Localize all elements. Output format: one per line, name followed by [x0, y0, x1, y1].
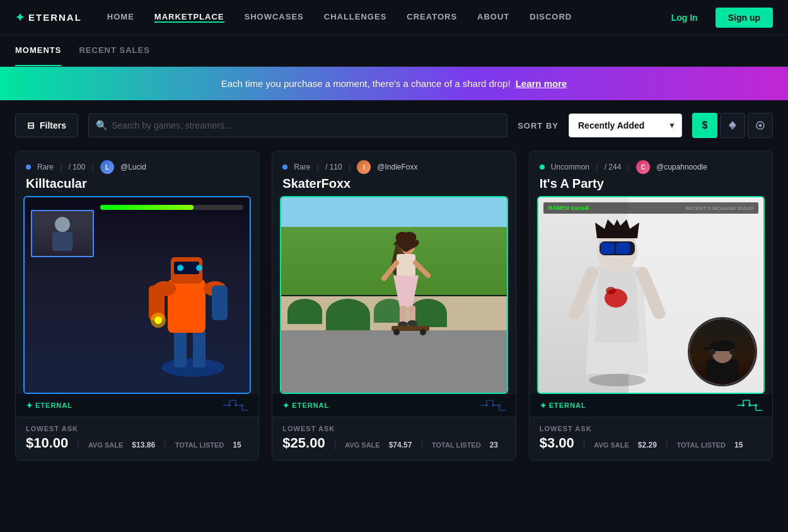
avg-sale-value: $74.57 [389, 441, 412, 449]
avg-sale-value: $2.29 [638, 441, 657, 449]
card-killtacular[interactable]: Rare | / 100 | L @Lucid Killtacular [15, 151, 259, 461]
sort-label: SORT BY [518, 121, 559, 130]
svg-point-16 [196, 265, 202, 271]
card-its-a-party[interactable]: Uncommon | / 244 | C @cupahnoodle It's A… [529, 151, 773, 461]
card-edition: / 244 [605, 163, 622, 171]
stream-username: RAMEN trace4l [548, 205, 589, 211]
avg-sale-value: $13.86 [132, 441, 155, 449]
nav-home[interactable]: HOME [107, 12, 134, 23]
nav-about[interactable]: ABOUT [477, 12, 509, 23]
nav-challenges[interactable]: CHALLENGES [324, 12, 387, 23]
tabs-bar: MOMENTS RECENT SALES [0, 35, 788, 67]
card-title: SkaterFoxx [282, 176, 505, 191]
card-meta: Rare | / 100 | L @Lucid [26, 160, 248, 174]
login-button[interactable]: Log In [661, 8, 708, 28]
pricing-label: LOWEST ASK [26, 425, 248, 432]
banner-text: Each time you purchase a moment, there's… [221, 78, 511, 89]
avg-sale-label: AVG SALE [345, 441, 380, 449]
rarity-dot [540, 165, 545, 170]
card-username: @IndieFoxx [377, 163, 417, 171]
currency-usd-button[interactable]: $ [692, 113, 717, 138]
pipe2: | [164, 439, 166, 449]
card-pricing: LOWEST ASK $3.00 | AVG SALE $2.29 | TOTA… [530, 417, 772, 460]
svg-point-47 [485, 404, 488, 407]
pricing-label: LOWEST ASK [540, 425, 762, 432]
promo-banner: Each time you purchase a moment, there's… [0, 67, 788, 100]
card-logo-text: ETERNAL [292, 402, 329, 409]
currency-wax-button[interactable] [748, 113, 773, 138]
svg-point-73 [742, 404, 745, 407]
card-brand-bar: ✦ ETERNAL [16, 394, 258, 417]
controls-row: ⊟ Filters 🔍 SORT BY Recently Added Lowes… [0, 100, 788, 151]
stream-hud: RAMEN trace4l RECENT D MCusondi: $10.00 [543, 202, 758, 214]
svg-point-75 [755, 404, 757, 407]
svg-point-57 [569, 309, 581, 319]
price-value: $25.00 [282, 435, 325, 451]
signup-button[interactable]: Sign up [716, 8, 773, 28]
card-eternal-logo: ✦ ETERNAL [26, 401, 72, 410]
banner-learn-more[interactable]: Learn more [516, 78, 567, 89]
separator: | [60, 162, 62, 172]
separator2: | [91, 162, 94, 172]
sort-wrapper: Recently Added Lowest Ask Highest Ask Mo… [569, 113, 682, 137]
card-skaterfoxx[interactable]: Rare | / 110 | I @IndieFoxx SkaterFoxx [272, 151, 516, 461]
nav-showcases[interactable]: SHOWCASES [245, 12, 304, 23]
svg-point-48 [492, 404, 494, 407]
pipe: | [77, 439, 79, 449]
card-image [25, 197, 250, 393]
filter-icon: ⊟ [27, 120, 35, 130]
horror-svg [560, 216, 674, 393]
nav-creators[interactable]: CREATORS [407, 12, 457, 23]
nav-marketplace[interactable]: MARKETPLACE [154, 12, 224, 23]
total-listed-value: 23 [490, 441, 498, 449]
card-eternal-logo: ✦ ETERNAL [540, 401, 586, 410]
tab-recent-sales[interactable]: RECENT SALES [79, 35, 149, 66]
navigation: ✦ ETERNAL HOME MARKETPLACE SHOWCASES CHA… [0, 0, 788, 35]
card-username: @Lucid [120, 163, 146, 171]
svg-point-64 [709, 349, 716, 355]
nav-links: HOME MARKETPLACE SHOWCASES CHALLENGES CR… [107, 12, 661, 23]
filters-button[interactable]: ⊟ Filters [15, 113, 78, 137]
webcam-circle [688, 317, 757, 386]
cards-grid: Rare | / 100 | L @Lucid Killtacular [0, 151, 788, 480]
search-input[interactable] [88, 113, 507, 137]
pricing-row: $10.00 | AVG SALE $13.86 | TOTAL LISTED … [26, 435, 248, 451]
health-bar-bg [100, 205, 243, 210]
card-logo-text: ETERNAL [35, 402, 72, 409]
sort-select[interactable]: Recently Added Lowest Ask Highest Ask Mo… [569, 113, 682, 137]
total-listed-label: TOTAL LISTED [432, 441, 481, 449]
card-header: Rare | / 100 | L @Lucid Killtacular [16, 151, 258, 196]
pricing-label: LOWEST ASK [282, 425, 505, 432]
card-meta: Uncommon | / 244 | C @cupahnoodle [540, 160, 762, 174]
circuit-icon [223, 399, 248, 412]
separator2: | [349, 162, 351, 172]
streamer-webcam [688, 317, 757, 386]
separator: | [596, 162, 598, 172]
svg-point-74 [748, 404, 751, 407]
webcam-overlay [31, 210, 94, 257]
filter-label: Filters [40, 120, 66, 130]
avg-sale-label: AVG SALE [88, 441, 123, 449]
circuit-icon [480, 399, 506, 412]
eth-icon [727, 120, 738, 130]
card-image-wrapper: RAMEN trace4l RECENT D MCusondi: $10.00 [537, 196, 765, 394]
tab-moments[interactable]: MOMENTS [15, 35, 61, 66]
total-listed-label: TOTAL LISTED [175, 441, 224, 449]
card-pricing: LOWEST ASK $10.00 | AVG SALE $13.86 | TO… [16, 417, 258, 460]
card-edition: / 110 [325, 163, 342, 171]
currency-eth-button[interactable] [720, 113, 745, 138]
game-character-svg [111, 216, 250, 393]
svg-point-65 [729, 349, 736, 355]
card-logo-text: ETERNAL [549, 402, 586, 409]
nav-discord[interactable]: DISCORD [530, 12, 572, 23]
pipe: | [334, 439, 337, 449]
card-header: Rare | / 110 | I @IndieFoxx SkaterFoxx [272, 151, 515, 196]
card-brand-bar: ✦ ETERNAL [530, 394, 772, 417]
card-username: @cupahnoodle [656, 163, 707, 171]
logo-icon: ✦ [15, 11, 25, 25]
rarity-label: Rare [37, 163, 54, 171]
rarity-dot [282, 165, 287, 170]
card-image [281, 197, 506, 393]
logo[interactable]: ✦ ETERNAL [15, 11, 82, 25]
card-image: RAMEN trace4l RECENT D MCusondi: $10.00 [538, 197, 763, 393]
